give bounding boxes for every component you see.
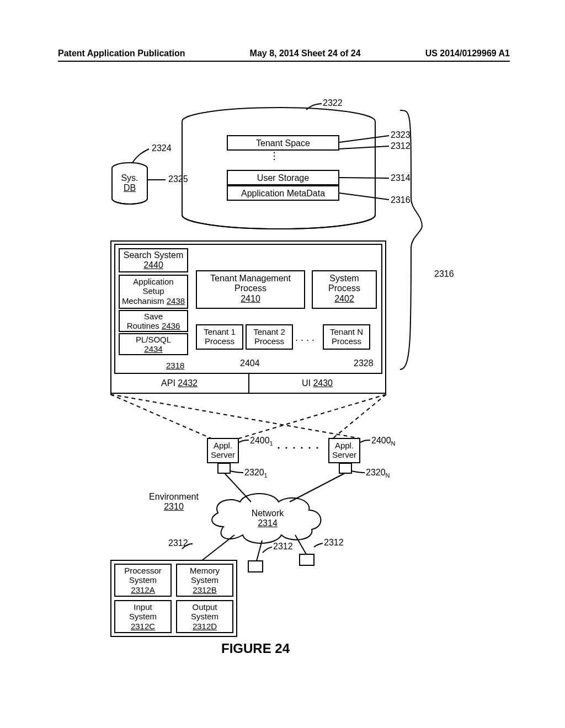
appl1-l1: Appl. <box>214 441 232 450</box>
ref-2320-n-num: 2320 <box>366 468 386 477</box>
svg-point-13 <box>278 447 279 448</box>
save-label: Save <box>144 312 163 321</box>
tenant-space-box: Tenant Space <box>227 135 339 151</box>
t2-l1: Tenant 2 <box>253 327 285 336</box>
sys-label: Sys. <box>121 173 138 183</box>
appln-l1: Appl. <box>335 441 354 450</box>
ref-2312-left: 2312 <box>168 538 188 548</box>
svg-line-5 <box>339 193 389 200</box>
svg-line-22 <box>257 540 262 561</box>
env-l1: Environment <box>149 492 199 501</box>
header-center: May 8, 2014 Sheet 24 of 24 <box>250 49 361 58</box>
svg-line-7 <box>110 394 211 438</box>
svg-line-9 <box>333 394 386 438</box>
mem-l1: Memory <box>190 566 220 575</box>
api-cell: API 2432 <box>110 378 248 388</box>
svg-point-15 <box>293 447 295 448</box>
out-l2: System <box>191 612 218 621</box>
header-right: US 2014/0129969 A1 <box>425 49 510 58</box>
apis-ref: 2318 <box>166 361 184 370</box>
app-metadata-box: Application MetaData <box>227 185 339 201</box>
tenant-mgmt-box: Tenant Management Process 2410 <box>196 270 305 309</box>
appl-server-1: Appl. Server <box>207 438 239 463</box>
ref-2320-1-num: 2320 <box>244 468 264 477</box>
out-ref: 2312D <box>193 622 217 631</box>
save-routines-box: Save Routines 2436 <box>119 310 188 332</box>
out-l1: Output <box>192 602 217 612</box>
svg-point-14 <box>285 447 287 448</box>
diagram-page: Tenant Space User Storage Application Me… <box>58 61 510 706</box>
ref-2316-brace: 2316 <box>434 269 454 279</box>
tenant-mgmt-ref: 2410 <box>241 294 260 303</box>
svg-line-23 <box>295 535 306 554</box>
page-header: Patent Application Publication May 8, 20… <box>0 49 565 58</box>
ref-2323: 2323 <box>391 130 411 140</box>
app-setup-ref: 2438 <box>167 296 185 306</box>
tn-l1: Tenant N <box>330 327 363 336</box>
net-ref: 2314 <box>258 518 278 528</box>
proc-ref: 2312A <box>131 585 154 595</box>
sys-db-label: Sys. DB <box>118 173 142 194</box>
ref-2312-top: 2312 <box>391 141 411 151</box>
svg-rect-25 <box>300 554 314 565</box>
network-label: Network 2314 <box>240 508 295 529</box>
header-left: Patent Application Publication <box>58 49 185 58</box>
mem-ref: 2312B <box>193 585 216 595</box>
svg-line-8 <box>239 394 386 438</box>
tenantn-box: Tenant N Process <box>323 324 370 350</box>
api-label: API <box>161 378 175 388</box>
ref-2312-right: 2312 <box>324 538 344 548</box>
sys-proc-l1: System <box>329 274 359 283</box>
svg-point-18 <box>316 447 318 448</box>
plsoql-ref: 2434 <box>144 344 162 354</box>
ref-2400-1: 24001 <box>250 436 273 447</box>
search-system-label: Search System <box>124 250 183 260</box>
mem-l2: System <box>191 575 218 585</box>
search-system-ref: 2440 <box>143 260 163 270</box>
ref-2312-mid: 2312 <box>273 542 293 552</box>
ref-2400-1-num: 2400 <box>250 436 270 445</box>
plsoql-label: PL/SOQL <box>136 335 171 344</box>
tenant2-box: Tenant 2 Process <box>246 324 293 350</box>
sysdb-label: DB <box>124 183 136 192</box>
ref-2400-n: 2400N <box>371 436 396 447</box>
svg-rect-11 <box>218 463 230 473</box>
ui-label: UI <box>302 378 311 388</box>
ref-2324: 2324 <box>152 143 172 153</box>
ref-2316-top: 2316 <box>391 195 411 205</box>
user-storage-label: User Storage <box>257 173 309 183</box>
t1-l2: Process <box>205 336 234 346</box>
svg-point-17 <box>308 447 310 448</box>
t2-l2: Process <box>254 336 284 346</box>
svg-line-3 <box>339 146 389 149</box>
memory-system-box: Memory System 2312B <box>176 564 233 597</box>
ref-2320-1: 23201 <box>244 468 268 479</box>
ref-2400-n-num: 2400 <box>371 436 391 445</box>
svg-point-1 <box>112 163 147 174</box>
appl1-l2: Server <box>211 450 235 459</box>
svg-point-16 <box>301 447 302 448</box>
appln-l2: Server <box>332 450 356 459</box>
ui-ref: 2430 <box>313 378 333 388</box>
net-l1: Network <box>252 508 284 518</box>
env-ref: 2310 <box>164 502 184 511</box>
svg-line-2 <box>339 136 389 142</box>
tenant-mgmt-l1: Tenant Management <box>210 274 291 283</box>
processor-system-box: Processor System 2312A <box>114 564 172 597</box>
search-system-box: Search System 2440 <box>119 248 188 272</box>
tn-l2: Process <box>332 336 361 346</box>
tenant-ellipsis: . . . . <box>295 332 315 344</box>
svg-line-20 <box>290 473 345 502</box>
in-l2: System <box>129 612 157 621</box>
svg-rect-12 <box>339 463 351 473</box>
ref-2322: 2322 <box>323 98 343 108</box>
plsoql-box: PL/SOQL 2434 <box>119 333 188 355</box>
figure-title: FIGURE 24 <box>221 641 290 656</box>
in-l1: Input <box>134 602 152 612</box>
svg-line-10 <box>110 394 360 438</box>
app-metadata-label: Application MetaData <box>241 189 325 198</box>
proc-l1: Processor <box>124 566 162 575</box>
ref-2328: 2328 <box>354 358 374 368</box>
sys-proc-ref: 2402 <box>334 294 354 303</box>
environment-label: Environment 2310 <box>141 492 207 512</box>
